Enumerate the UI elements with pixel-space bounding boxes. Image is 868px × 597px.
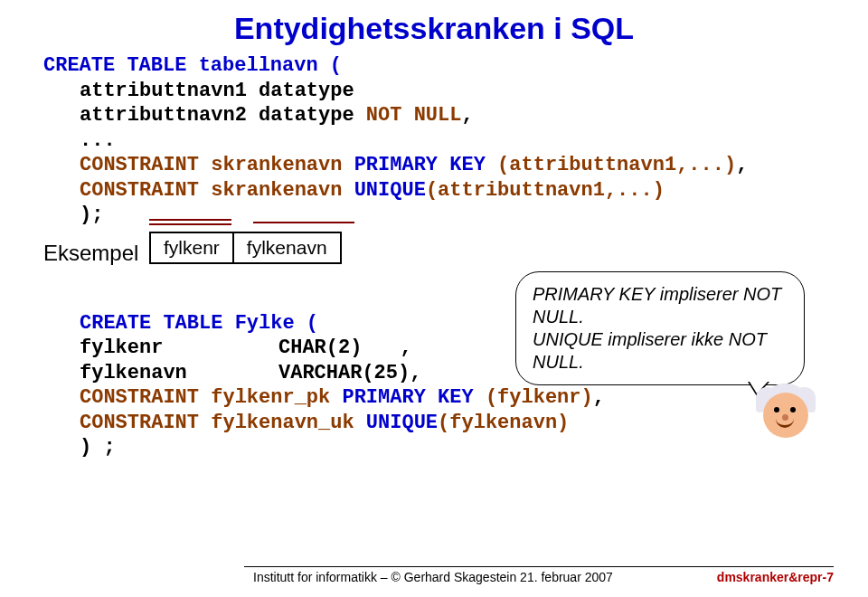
speech-text: PRIMARY KEY impliserer NOT NULL. UNIQUE … xyxy=(533,284,781,372)
key-table: fylkenr fylkenavn xyxy=(149,232,342,264)
pk-comma: , xyxy=(736,154,748,176)
uq-constraint-c: (attributtnavn1,...) xyxy=(426,179,665,202)
ex-fylkenavn: fylkenavn xyxy=(80,361,278,386)
page-title: Entydighetsskranken i SQL xyxy=(0,0,868,53)
create-kw: CREATE TABLE tabellnavn ( xyxy=(43,54,342,77)
ex-uq-a: CONSTRAINT fylkenavn_uk xyxy=(80,412,366,434)
ex-uq-b: UNIQUE xyxy=(366,412,438,434)
footer-right: dmskranker&repr-7 xyxy=(717,570,834,584)
pk-constraint-a: CONSTRAINT skrankenavn xyxy=(80,154,354,176)
example-label: Eksempel xyxy=(0,228,868,266)
close-paren: ); xyxy=(80,204,103,226)
ex-char2: CHAR(2) xyxy=(278,336,362,361)
ex-uq-c: (fylkenavn) xyxy=(438,412,569,434)
not-null-kw: NOT NULL xyxy=(354,104,462,127)
ex-pk-a: CONSTRAINT fylkenr_pk xyxy=(80,386,342,409)
footer: Institutt for informatikk – © Gerhard Sk… xyxy=(0,570,868,584)
uq-kw: UNIQUE xyxy=(354,179,426,202)
ex-end: ) ; xyxy=(80,436,116,459)
create-table-template: CREATE TABLE tabellnavn ( attributtnavn1… xyxy=(0,53,868,228)
pk-constraint-c: (attributtnavn1,...) xyxy=(497,154,736,176)
uq-constraint-a: CONSTRAINT skrankenavn xyxy=(80,179,354,202)
ellipsis-1: ... xyxy=(80,129,116,152)
ex-create: CREATE TABLE Fylke ( xyxy=(80,312,318,335)
ex-l1-comma: , xyxy=(362,336,411,361)
ex-pk-b: PRIMARY KEY xyxy=(342,386,485,409)
table-col-fylkenavn: fylkenavn xyxy=(232,233,340,262)
ex-pk-c: (fylkenr) xyxy=(486,386,593,409)
pk-kw: PRIMARY KEY xyxy=(354,154,497,176)
footer-left: Institutt for informatikk – © Gerhard Sk… xyxy=(253,570,613,584)
table-col-fylkenr: fylkenr xyxy=(151,233,232,262)
speech-bubble: PRIMARY KEY impliserer NOT NULL. UNIQUE … xyxy=(515,271,805,385)
uq-single-underline xyxy=(253,222,354,224)
ex-fylkenr: fylkenr xyxy=(80,336,278,361)
ex-varchar25: VARCHAR(25), xyxy=(278,361,421,386)
professor-icon xyxy=(756,387,816,447)
attr2-pre: attributtnavn2 datatype xyxy=(80,104,354,127)
pk-double-underline xyxy=(149,219,231,224)
attr1: attributtnavn1 datatype xyxy=(80,80,354,102)
ex-pk-comma: , xyxy=(593,386,605,409)
attr2-comma: , xyxy=(461,104,473,127)
